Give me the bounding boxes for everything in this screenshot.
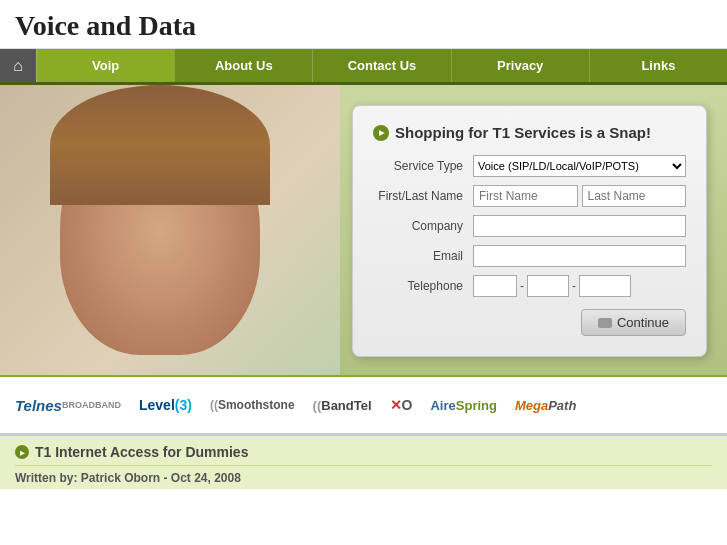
partner-bandtel: ((BandTel xyxy=(313,398,372,413)
partner-airespring: AireSpring xyxy=(430,398,496,413)
phone-separator-1: - xyxy=(520,279,524,293)
nav-item-links[interactable]: Links xyxy=(589,49,727,82)
home-icon: ⌂ xyxy=(13,57,23,75)
site-title: Voice and Data xyxy=(15,10,712,42)
play-icon xyxy=(373,125,389,141)
email-row: Email xyxy=(373,245,686,267)
partner-smoothstone: ((Smoothstone xyxy=(210,398,295,412)
company-control xyxy=(473,215,686,237)
service-type-select[interactable]: Voice (SIP/LD/Local/VoIP/POTS) xyxy=(473,155,686,177)
name-row: First/Last Name xyxy=(373,185,686,207)
hero-image xyxy=(0,85,340,375)
article-title: T1 Internet Access for Dummies xyxy=(15,444,712,460)
hero-section: Shopping for T1 Services is a Snap! Serv… xyxy=(0,85,727,375)
continue-button[interactable]: Continue xyxy=(581,309,686,336)
name-control xyxy=(473,185,686,207)
tag-icon xyxy=(598,318,612,328)
nav-item-privacy[interactable]: Privacy xyxy=(451,49,589,82)
first-name-input[interactable] xyxy=(473,185,578,207)
last-name-input[interactable] xyxy=(582,185,687,207)
telephone-row: Telephone - - xyxy=(373,275,686,297)
nav-home-button[interactable]: ⌂ xyxy=(0,49,36,82)
telephone-control: - - xyxy=(473,275,686,297)
site-header: Voice and Data xyxy=(0,0,727,49)
nav-item-about[interactable]: About Us xyxy=(174,49,312,82)
email-input[interactable] xyxy=(473,245,686,267)
phone-prefix-input[interactable] xyxy=(527,275,569,297)
continue-row: Continue xyxy=(373,309,686,336)
email-control xyxy=(473,245,686,267)
nav-item-voip[interactable]: Voip xyxy=(36,49,174,82)
phone-separator-2: - xyxy=(572,279,576,293)
partner-telnes: TelnesBROADBAND xyxy=(15,397,121,414)
form-title: Shopping for T1 Services is a Snap! xyxy=(373,124,686,141)
partner-xo: ✕O xyxy=(390,397,413,413)
phone-area-input[interactable] xyxy=(473,275,517,297)
email-label: Email xyxy=(373,249,473,263)
article-meta: Written by: Patrick Oborn - Oct 24, 2008 xyxy=(15,465,712,485)
article-bar: T1 Internet Access for Dummies Written b… xyxy=(0,435,727,489)
service-form-card: Shopping for T1 Services is a Snap! Serv… xyxy=(352,105,707,357)
phone-line-input[interactable] xyxy=(579,275,631,297)
partners-bar: TelnesBROADBAND Level(3) ((Smoothstone (… xyxy=(0,375,727,435)
telephone-label: Telephone xyxy=(373,279,473,293)
article-meta-text: Written by: Patrick Oborn - Oct 24, 2008 xyxy=(15,471,241,485)
company-row: Company xyxy=(373,215,686,237)
company-label: Company xyxy=(373,219,473,233)
company-input[interactable] xyxy=(473,215,686,237)
navigation: ⌂ Voip About Us Contact Us Privacy Links xyxy=(0,49,727,85)
partner-megapath: MegaPath xyxy=(515,398,576,413)
service-type-row: Service Type Voice (SIP/LD/Local/VoIP/PO… xyxy=(373,155,686,177)
name-label: First/Last Name xyxy=(373,189,473,203)
service-type-control: Voice (SIP/LD/Local/VoIP/POTS) xyxy=(473,155,686,177)
service-type-label: Service Type xyxy=(373,159,473,173)
partner-level3: Level(3) xyxy=(139,397,192,413)
article-play-icon xyxy=(15,445,29,459)
nav-item-contact[interactable]: Contact Us xyxy=(312,49,450,82)
